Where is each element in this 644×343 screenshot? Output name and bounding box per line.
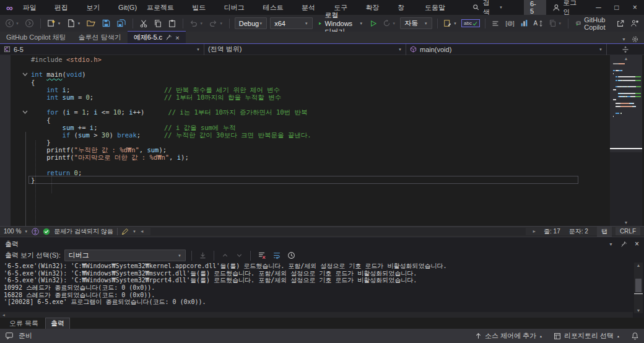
line-comment-button[interactable] [490, 19, 501, 28]
github-copilot-button[interactable]: GitHub Copilot [573, 16, 612, 31]
menu-item-5[interactable]: 프로젝트(P) [142, 0, 187, 15]
next-message-button[interactable] [234, 250, 245, 261]
menu-item-3[interactable]: 보기(V) [81, 0, 113, 15]
scroll-up-icon[interactable]: ▲ [610, 56, 642, 61]
document-tab-3[interactable]: 예제6-5.c× [128, 31, 186, 43]
cut-button[interactable] [138, 18, 149, 29]
menu-item-8[interactable]: 테스트(S) [258, 0, 297, 15]
code-line-16[interactable]: return 0; [31, 169, 608, 176]
output-horizontal-scrollbar[interactable]: ◄ [0, 312, 633, 318]
menu-item-6[interactable]: 빌드(B) [187, 0, 219, 15]
start-without-debugging-button[interactable] [368, 19, 378, 28]
word-wrap-button[interactable] [271, 250, 282, 261]
new-file-button[interactable]: ▼ [65, 17, 82, 29]
minimap-scrollbar[interactable]: ▲ ▼ [610, 55, 642, 226]
tab-mode-indicator[interactable]: 탭 [597, 227, 612, 237]
share-button[interactable] [615, 18, 626, 29]
scrollbar-thumb[interactable] [635, 279, 642, 292]
solution-configuration-dropdown[interactable]: Debug▼ [235, 17, 267, 29]
code-line-3[interactable]: int main(void) [31, 71, 608, 78]
code-line-15[interactable] [31, 162, 608, 169]
spell-checker-toggle[interactable]: abc [461, 19, 480, 27]
panel-tab-2[interactable]: 출력 [45, 318, 70, 329]
feedback-icon[interactable] [5, 332, 14, 340]
scroll-right-icon[interactable]: ► [532, 229, 536, 233]
notifications-bell-icon[interactable] [631, 332, 639, 340]
output-vertical-scrollbar[interactable]: ▲ ▼ [634, 263, 643, 313]
document-tab-2[interactable]: 솔루션 탐색기 [72, 31, 128, 43]
split-window-button[interactable] [607, 44, 644, 55]
fold-collapse-icon[interactable] [22, 72, 28, 77]
send-feedback-button[interactable] [629, 18, 640, 28]
code-line-17[interactable]: } [31, 176, 608, 184]
output-log[interactable]: '6-5.exe'(Win32): 'C:₩Windows₩System32₩k… [4, 263, 630, 311]
text-case-button[interactable]: A [533, 19, 545, 28]
scroll-down-icon[interactable]: ▼ [634, 308, 643, 313]
save-button[interactable] [100, 17, 112, 29]
column-indicator[interactable]: 문자: 2 [569, 227, 588, 236]
open-file-button[interactable] [85, 17, 97, 29]
timestamp-button[interactable] [286, 250, 297, 261]
breakpoint-margin[interactable] [0, 55, 11, 226]
code-text-area[interactable]: #include <stdio.h>int main(void){ int i;… [31, 56, 608, 184]
scroll-left-icon[interactable]: ◄ [140, 229, 144, 233]
ink-pen-icon[interactable] [121, 228, 129, 235]
gear-icon[interactable] [631, 35, 639, 43]
menu-item-12[interactable]: 창(W) [393, 0, 420, 15]
code-line-13[interactable]: printf("누적한 값 : %d₩n", sum); [31, 146, 608, 154]
solution-platform-dropdown[interactable]: x64▼ [270, 17, 313, 29]
sign-in-button[interactable]: 로그인 [546, 0, 590, 17]
code-line-4[interactable]: { [31, 79, 608, 86]
new-project-button[interactable]: ▼ [45, 17, 62, 29]
code-editor[interactable]: #include <stdio.h>int main(void){ int i;… [0, 55, 644, 226]
code-line-8[interactable]: for (i = 1; i <= 10; i++) // i는 1부터 10까지… [31, 108, 608, 116]
close-panel-icon[interactable]: × [635, 240, 639, 248]
paste-button[interactable] [167, 18, 178, 29]
menu-item-1[interactable]: 파일(F) [18, 0, 50, 15]
code-line-1[interactable]: #include <stdio.h> [31, 56, 608, 63]
redo-button[interactable]: ▼ [207, 18, 224, 29]
pin-icon[interactable] [620, 241, 627, 248]
attribute-button[interactable]: [@] [504, 19, 515, 28]
line-indicator[interactable]: 줄: 17 [544, 227, 560, 236]
code-line-14[interactable]: printf("마지막으로 더한 값 : %d₩n", i); [31, 154, 608, 161]
horizontal-scrollbar[interactable] [150, 228, 526, 235]
scroll-up-icon[interactable]: ▲ [634, 263, 643, 267]
select-repository-button[interactable]: 리포지토리 선택 ▲ [554, 331, 620, 341]
code-line-6[interactable]: int sum = 0; // 1부터 10까지의 합을 누적할 변수 [31, 93, 608, 101]
code-line-2[interactable] [31, 63, 608, 71]
code-line-12[interactable]: } [31, 139, 608, 146]
minimize-button[interactable]: ─ [590, 0, 607, 15]
add-directive-button[interactable]: ▼ [442, 18, 458, 29]
code-line-7[interactable] [31, 101, 608, 108]
zoom-level-dropdown[interactable]: 100 %▼ [4, 228, 28, 235]
copy-button[interactable] [152, 18, 163, 29]
add-to-source-control-button[interactable]: 소스 제어에 추가 ▲ [475, 331, 542, 341]
save-all-button[interactable] [115, 17, 128, 29]
tab-list-dropdown-icon[interactable]: ▼ [622, 37, 626, 41]
panel-tab-1[interactable]: 오류 목록 [4, 318, 44, 329]
auto-attach-dropdown[interactable]: 자동▼ [400, 17, 432, 29]
menu-item-4[interactable]: Git(G) [113, 0, 142, 15]
scroll-down-icon[interactable]: ▼ [610, 220, 642, 225]
document-tab-1[interactable]: GitHub Copilot 채팅 [0, 31, 72, 43]
code-line-10[interactable]: sum += i; // i 값을 sum에 누적 [31, 124, 608, 131]
navigate-back-button[interactable]: ▼ [4, 17, 20, 29]
code-line-9[interactable]: { [31, 116, 608, 124]
project-dropdown[interactable]: 6-5 ▼ [0, 44, 204, 55]
scroll-left-icon[interactable]: ◄ [0, 313, 6, 317]
member-dropdown[interactable]: main(void) ▼ [406, 44, 607, 55]
close-tab-icon[interactable]: × [175, 34, 179, 41]
menu-item-2[interactable]: 편집(E) [50, 0, 82, 15]
close-button[interactable]: × [626, 0, 644, 15]
scope-dropdown[interactable]: (전역 범위) ▼ [204, 44, 406, 55]
fold-collapse-icon[interactable] [22, 110, 28, 115]
clear-all-button[interactable] [256, 250, 268, 261]
previous-message-button[interactable] [220, 250, 230, 261]
pin-tab-icon[interactable] [165, 34, 172, 41]
code-line-11[interactable]: if (sum > 30) break; // 누적한 값이 30보다 크면 반… [31, 131, 608, 139]
menu-item-7[interactable]: 디버그(D) [219, 0, 258, 15]
goto-message-button[interactable] [198, 250, 208, 261]
code-line-5[interactable]: int i; // 반복 횟수를 세기 위한 제어 변수 [31, 86, 608, 93]
navigate-forward-button[interactable] [24, 17, 35, 29]
